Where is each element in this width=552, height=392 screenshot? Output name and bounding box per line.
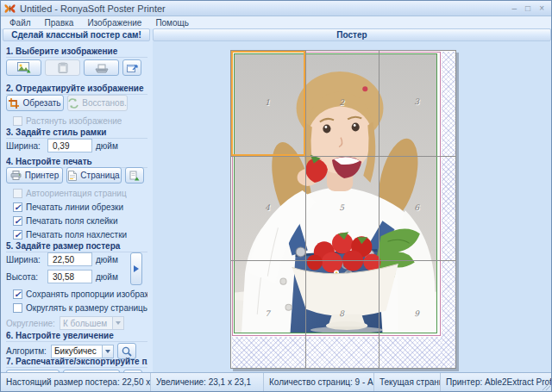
poster-header: Постер [153, 28, 551, 41]
tile-number-7[interactable]: 7 [259, 309, 276, 318]
printer-setup-button[interactable]: Принтер [6, 167, 63, 184]
menu-image[interactable]: Изображение [87, 18, 141, 28]
checkbox-box: ✓ [13, 202, 22, 212]
rounding-label: Округление: [6, 319, 56, 328]
printer-icon [10, 171, 22, 180]
open-image-button[interactable] [6, 59, 41, 76]
tile-number-6[interactable]: 6 [408, 203, 425, 212]
checkbox-box [13, 303, 22, 313]
poster-height-input[interactable]: 30,58 [47, 270, 92, 283]
menu-file[interactable]: Файл [9, 18, 31, 28]
apply-size-button[interactable] [130, 252, 142, 285]
tile-number-2[interactable]: 2 [333, 98, 350, 107]
wizard-header[interactable]: Сделай классный постер сам! [3, 28, 150, 41]
tile-grid-line-vertical-2 [379, 51, 380, 368]
section1-title: 1. Выберите изображение [6, 47, 147, 58]
tile-number-9[interactable]: 9 [408, 309, 425, 318]
poster-width-unit: дюйм [96, 255, 118, 264]
border-width-input[interactable]: 0,39 [47, 139, 92, 152]
auto-orient-checkbox[interactable]: Автоориентация страниц [13, 189, 147, 198]
print-preview-button[interactable] [125, 167, 144, 184]
crop-icon [9, 98, 19, 109]
stretch-image-checkbox[interactable]: Растянуть изображение [13, 116, 147, 126]
paste-image-button[interactable] [45, 59, 80, 76]
checkbox-box [13, 116, 22, 126]
status-current-page: Текущая страница: 1 [374, 373, 441, 391]
poster-height-unit: дюйм [96, 272, 118, 282]
rounding-dropdown-arrow[interactable] [113, 316, 124, 330]
maximize-button[interactable]: □ [525, 4, 530, 13]
scan-image-button[interactable] [84, 59, 119, 76]
round-to-page-checkbox[interactable]: Округлять к размеру страницы [13, 303, 147, 313]
page-icon [68, 171, 77, 181]
scanner-icon [95, 63, 109, 73]
crop-button[interactable]: Обрезать [6, 95, 64, 111]
control-panel: 1. Выберите изображение [1, 41, 150, 373]
resize-grip[interactable] [542, 382, 550, 390]
section2-title: 2. Отредактируйте изображение [6, 84, 147, 95]
poster-width-input[interactable]: 22,50 [47, 252, 92, 266]
menu-bar: Файл Правка Изображение Помощь [1, 16, 551, 28]
pages-icon [129, 171, 140, 181]
border-width-unit: дюйм [96, 141, 118, 151]
checkbox-box: ✓ [13, 289, 22, 299]
status-zoom: Увеличение: 23,1 x 23,1 [151, 373, 264, 391]
menu-edit[interactable]: Правка [45, 18, 74, 28]
poster-page[interactable]: 1 2 3 4 5 6 7 8 9 [230, 50, 456, 369]
status-bar: Настоящий размер постера: 22,50 x 30,58 … [1, 372, 551, 391]
poster-height-label: Высота: [6, 272, 44, 282]
magnifier-icon [122, 346, 132, 357]
close-button[interactable]: × [539, 4, 544, 13]
tile-grid-line-vertical-1 [305, 51, 306, 368]
checkbox-box: ✓ [13, 230, 22, 240]
paste-icon [58, 62, 68, 73]
section3-title: 3. Задайте стиль рамки [6, 128, 147, 139]
arrow-right-icon [134, 265, 139, 272]
open-image-icon [17, 62, 31, 73]
tile-grid-line-horizontal-1 [231, 156, 455, 157]
page-setup-button[interactable]: Страница [66, 167, 122, 184]
overlap-margin-right [442, 52, 455, 368]
window-title: Untitled - RonyaSoft Poster Printer [20, 3, 166, 14]
status-printer: Принтер: Able2Extract Professi... [441, 373, 551, 391]
print-cutlines-checkbox[interactable]: ✓ Печатать линии обрезки [13, 202, 147, 212]
current-tile-highlight[interactable] [231, 51, 305, 156]
checkbox-box: ✓ [13, 216, 22, 226]
app-window: Untitled - RonyaSoft Poster Printer – □ … [0, 0, 552, 392]
poster-preview-area: 1 2 3 4 5 6 7 8 9 [153, 41, 552, 373]
overlap-margin-bottom [232, 337, 442, 368]
import-window-icon [127, 63, 138, 73]
tile-number-4[interactable]: 4 [259, 203, 276, 212]
status-page-count: Количество страниц: 9 - A4 [264, 373, 374, 391]
border-width-label: Ширина: [6, 141, 44, 151]
minimize-button[interactable]: – [512, 4, 518, 13]
checkbox-box [13, 189, 22, 198]
print-overlap-checkbox[interactable]: ✓ Печатать поля нахлестки [13, 230, 147, 240]
menu-help[interactable]: Помощь [155, 18, 189, 28]
print-gluemargins-checkbox[interactable]: ✓ Печатать поля склейки [13, 216, 147, 226]
tile-number-8[interactable]: 8 [333, 309, 350, 318]
restore-button[interactable]: Восстанов. [67, 95, 128, 111]
rounding-select[interactable]: К большем [60, 316, 113, 330]
tile-number-5[interactable]: 5 [333, 203, 350, 212]
app-logo-butterfly-icon [4, 3, 16, 14]
title-bar[interactable]: Untitled - RonyaSoft Poster Printer – □ … [1, 1, 551, 16]
acquire-image-button[interactable] [122, 59, 141, 76]
keep-proportions-checkbox[interactable]: ✓ Сохранять пропорции изображения [13, 289, 147, 299]
section6-title: 6. Настройте увеличение [6, 331, 147, 342]
algorithm-label: Алгоритм: [6, 346, 47, 356]
status-poster-size: Настоящий размер постера: 22,50 x 30,58 … [1, 373, 151, 391]
tile-number-3[interactable]: 3 [408, 97, 425, 106]
section5-title: 5. Задайте размер постера [6, 241, 147, 252]
poster-width-label: Ширина: [6, 255, 44, 264]
restore-icon [68, 98, 78, 109]
section7-title: 7. Распечатайте/экспортируйте плак [6, 357, 147, 368]
tile-grid-line-horizontal-2 [231, 260, 455, 261]
